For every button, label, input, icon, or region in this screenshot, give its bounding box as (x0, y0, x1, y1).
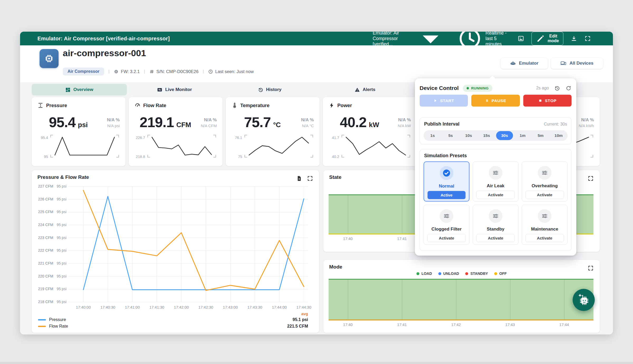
preset-normal[interactable]: NormalActive (424, 161, 469, 202)
dashboard-topbar: Emulator: Air Compressor [verified-air-c… (20, 32, 613, 45)
metric-title: Power (329, 102, 352, 108)
bolt-icon (329, 102, 335, 108)
mode-legend-load[interactable]: LOAD (416, 271, 432, 276)
expand-chart-icon[interactable] (307, 175, 313, 181)
expand-chart-icon[interactable] (588, 175, 594, 181)
y-axis-psi-label: 95 psi (55, 223, 66, 227)
x-axis-label: 17:42 (451, 323, 461, 327)
x-axis-label: 17:43 (505, 323, 515, 327)
mode-chart-title: Mode (329, 264, 342, 270)
mode-legend-off[interactable]: OFF (494, 271, 507, 276)
edit-mode-button[interactable]: Edit mode (531, 32, 563, 45)
preset-clogged-filter[interactable]: Clogged FilterActivate (424, 205, 469, 245)
tune-icon (541, 213, 548, 219)
spark-max-label: 95.4 (35, 136, 48, 140)
wallpaper-icon[interactable] (518, 35, 524, 42)
preset-action-button[interactable]: Active (428, 191, 466, 199)
preset-overheating[interactable]: OverheatingActivate (522, 161, 568, 202)
fullscreen-icon[interactable] (584, 35, 591, 42)
preset-icon (538, 209, 552, 223)
spark-min-label: 75 (229, 155, 242, 159)
mode-area-chart (329, 279, 593, 320)
mode-chart-card: Mode LOADUNLOADSTANDBYOFF 17:4017:4117:4… (323, 260, 600, 333)
x-axis-label: 17:42:30 (198, 305, 213, 309)
preset-air-leak[interactable]: Air LeakActivate (473, 161, 519, 202)
interval-option-10m[interactable]: 10m (550, 131, 567, 140)
legend-item[interactable]: Flow Rate (38, 324, 68, 329)
spark-max-label: 76.1 (229, 136, 242, 140)
thermo-icon (232, 102, 238, 108)
spark-max-label: 41.7 (327, 136, 339, 140)
tune-icon (492, 169, 499, 176)
x-axis-label: 17:44:30 (296, 305, 311, 309)
export-data-icon[interactable] (296, 175, 302, 181)
tab-live-monitor[interactable]: Live Monitor (127, 84, 222, 95)
preset-action-button[interactable]: Activate (525, 191, 564, 199)
tab-alerts[interactable]: Alerts (317, 84, 413, 95)
stop-button[interactable]: STOP (523, 95, 572, 107)
interval-option-1s[interactable]: 1s (424, 131, 441, 140)
tab-overview[interactable]: Overview (32, 84, 127, 95)
mode-legend-standby[interactable]: STANDBY (465, 271, 488, 276)
metric-change: N/A %N/A psi (107, 117, 120, 128)
y-axis-psi-label: 95 psi (55, 300, 66, 304)
pause-button[interactable]: PAUSE (471, 95, 520, 107)
preset-label: Maintenance (522, 227, 567, 232)
interval-option-1m[interactable]: 1m (514, 131, 531, 140)
preset-label: Overheating (522, 183, 567, 189)
interval-option-5s[interactable]: 5s (442, 131, 459, 140)
avg-column-header: avg (301, 312, 308, 316)
command-history-icon[interactable] (554, 85, 560, 91)
preset-action-button[interactable]: Activate (427, 234, 466, 242)
check-circle-icon (442, 169, 451, 177)
x-axis-label: 17:41:30 (149, 305, 164, 309)
pause-icon (485, 99, 489, 103)
device-avatar (40, 49, 59, 68)
y-axis-cfm-label: 225 CFM (32, 210, 53, 214)
preset-icon (538, 166, 552, 180)
all-devices-button[interactable]: All Devices (551, 58, 603, 69)
y-axis-psi-label: 95 psi (55, 248, 66, 252)
time-range-label: Realtime - last 5 minutes (486, 32, 510, 47)
refresh-icon[interactable] (565, 85, 572, 91)
spark-min-label: 95 (35, 155, 48, 159)
preset-maintenance[interactable]: MaintenanceActivate (522, 205, 568, 245)
firmware-icon (114, 69, 119, 74)
download-icon[interactable] (571, 35, 577, 42)
x-axis-label: 17:40 (343, 237, 353, 241)
y-axis-cfm-label: 224 CFM (32, 223, 53, 227)
stop-icon (538, 99, 542, 103)
history-icon (258, 87, 263, 93)
pencil-icon (536, 34, 545, 43)
device-header: air-compressor-001 Air Compressor | FW: … (20, 45, 613, 82)
interval-option-15s[interactable]: 15s (478, 131, 495, 140)
assistant-fab[interactable] (573, 289, 595, 311)
preset-standby[interactable]: StandbyActivate (473, 205, 519, 245)
x-axis-label: 17:41:00 (125, 305, 140, 309)
preset-icon (489, 166, 502, 180)
metric-change: N/A %N/A °C (301, 117, 314, 128)
mode-legend-unload[interactable]: UNLOAD (438, 271, 459, 276)
metric-title: Flow Rate (135, 102, 166, 108)
preset-action-button[interactable]: Activate (525, 234, 564, 242)
device-control-panel: Device Control RUNNING 2s ago START (415, 78, 576, 256)
expand-chart-icon[interactable] (588, 265, 594, 271)
interval-option-5m[interactable]: 5m (532, 131, 549, 140)
chip-sparkles-icon (576, 293, 591, 307)
emulator-button[interactable]: Emulator (501, 58, 548, 69)
interval-option-30s[interactable]: 30s (496, 131, 513, 140)
interval-option-10s[interactable]: 10s (460, 131, 477, 140)
legend-avg-value: 221.5 CFM (287, 324, 308, 329)
tune-icon (443, 213, 450, 219)
simulation-presets-title: Simulation Presets (424, 153, 467, 159)
tab-history[interactable]: History (222, 84, 317, 95)
desktop-background: Emulator: Air Compressor [verified-air-c… (0, 0, 633, 364)
y-axis-cfm-label: 221 CFM (32, 261, 53, 265)
mode-legend: LOADUNLOADSTANDBYOFF (323, 271, 600, 276)
start-button[interactable]: START (420, 95, 468, 107)
legend-item[interactable]: Pressure (38, 317, 66, 322)
preset-action-button[interactable]: Activate (476, 234, 515, 242)
preset-action-button[interactable]: Activate (476, 191, 515, 199)
y-axis-psi-label: 95 psi (55, 197, 66, 201)
y-axis-cfm-label: 223 CFM (32, 236, 53, 240)
